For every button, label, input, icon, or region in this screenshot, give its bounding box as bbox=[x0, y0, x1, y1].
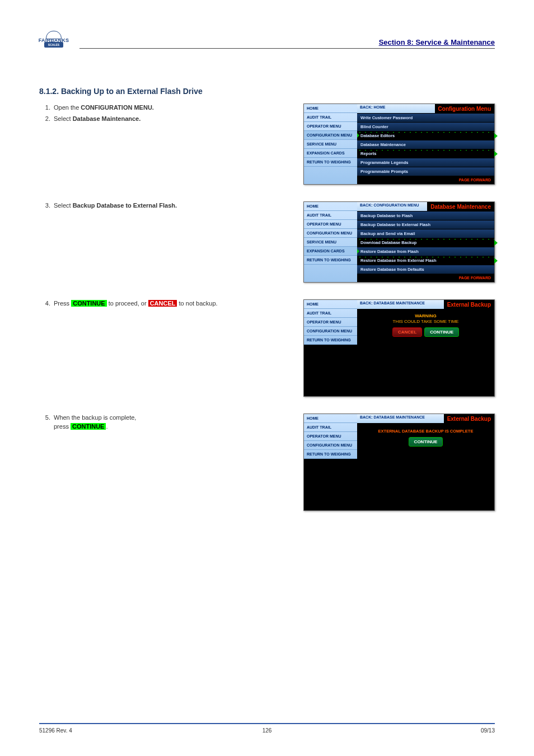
external-backup-complete-screenshot: HOME AUDIT TRAIL OPERATOR MENU CONFIGURA… bbox=[303, 414, 495, 511]
sidebar: HOME AUDIT TRAIL OPERATOR MENU CONFIGURA… bbox=[304, 104, 357, 184]
menu-restore-from-defaults[interactable]: Restore Database from Defaults bbox=[357, 265, 494, 274]
screen-title: Configuration Menu bbox=[435, 104, 494, 113]
footer-date: 09/13 bbox=[343, 727, 495, 734]
page-forward[interactable]: PAGE FORWARD bbox=[357, 176, 494, 184]
nav-service-menu[interactable]: SERVICE MENU bbox=[304, 140, 357, 149]
step-3: 3. Select Backup Database to External Fl… bbox=[39, 201, 252, 210]
menu-database-maintenance[interactable]: Database Maintenance bbox=[357, 140, 494, 149]
step-5: 5. When the backup is complete, press CO… bbox=[39, 414, 252, 431]
menu-programmable-prompts[interactable]: Programmable Prompts bbox=[357, 167, 494, 176]
menu-reports[interactable]: Reports bbox=[357, 149, 494, 158]
menu-backup-send-email[interactable]: Backup and Send via Email bbox=[357, 229, 494, 238]
menu-restore-from-flash[interactable]: Restore Database from Flash bbox=[357, 247, 494, 256]
nav-home[interactable]: HOME bbox=[304, 104, 357, 113]
back-button[interactable]: BACK: DATABASE MAINTENANCE bbox=[357, 300, 444, 309]
continue-highlight: CONTINUE bbox=[71, 423, 106, 430]
nav-audit-trail[interactable]: AUDIT TRAIL bbox=[304, 113, 357, 122]
menu-database-editors[interactable]: Database Editors bbox=[357, 131, 494, 140]
nav-expansion-cards[interactable]: EXPANSION CARDS bbox=[304, 149, 357, 158]
warning-subtitle: THIS COULD TAKE SOME TIME bbox=[360, 319, 491, 324]
step-1: 1. Open the CONFIGURATION MENU. bbox=[39, 104, 252, 112]
step-4: 4. Press CONTINUE to proceed, or CANCEL … bbox=[39, 299, 252, 308]
page-forward[interactable]: PAGE FORWARD bbox=[357, 274, 494, 282]
continue-button[interactable]: CONTINUE bbox=[409, 437, 443, 447]
cancel-highlight: CANCEL bbox=[148, 300, 177, 307]
page-header: FAIRBANKS SCALES Section 8: Service & Ma… bbox=[39, 0, 495, 53]
continue-button[interactable]: CONTINUE bbox=[424, 327, 459, 337]
external-backup-warning-screenshot: HOME AUDIT TRAIL OPERATOR MENU CONFIGURA… bbox=[303, 299, 495, 397]
menu-write-customer-password[interactable]: Write Customer Password bbox=[357, 113, 494, 122]
menu-backup-to-flash[interactable]: Backup Database to Flash bbox=[357, 211, 494, 220]
fairbanks-logo: FAIRBANKS SCALES bbox=[39, 31, 68, 53]
back-button[interactable]: BACK: DATABASE MAINTENANCE bbox=[357, 414, 444, 423]
configuration-menu-screenshot: HOME AUDIT TRAIL OPERATOR MENU CONFIGURA… bbox=[303, 104, 495, 185]
subsection-title: 8.1.2. Backing Up to an External Flash D… bbox=[39, 87, 495, 96]
section-title: Section 8: Service & Maintenance bbox=[79, 38, 495, 48]
back-button[interactable]: BACK: CONFIGURATION MENU bbox=[357, 202, 427, 211]
page-footer: 51296 Rev. 4 126 09/13 bbox=[39, 723, 495, 734]
warning-title: WARNING bbox=[360, 313, 491, 318]
database-maintenance-screenshot: HOME AUDIT TRAIL OPERATOR MENU CONFIGURA… bbox=[303, 201, 495, 283]
menu-restore-from-external-flash[interactable]: Restore Database from External Flash bbox=[357, 256, 494, 265]
menu-download-backup[interactable]: Download Database Backup bbox=[357, 238, 494, 247]
step-2: 2. Select Database Maintenance. bbox=[39, 115, 252, 124]
nav-return-to-weighing[interactable]: RETURN TO WEIGHING bbox=[304, 158, 357, 167]
cancel-button[interactable]: CANCEL bbox=[392, 327, 422, 337]
footer-revision: 51296 Rev. 4 bbox=[39, 727, 191, 734]
backup-complete-message: EXTERNAL DATABASE BACKUP IS COMPLETE bbox=[357, 423, 494, 434]
continue-highlight: CONTINUE bbox=[71, 300, 106, 307]
menu-programmable-legends[interactable]: Programmable Legends bbox=[357, 158, 494, 167]
screen-title: External Backup bbox=[444, 300, 494, 309]
menu-blind-counter[interactable]: Blind Counter bbox=[357, 122, 494, 131]
screen-title: Database Maintenance bbox=[427, 202, 494, 211]
footer-page-number: 126 bbox=[191, 727, 343, 734]
screen-title: External Backup bbox=[444, 414, 494, 423]
back-button[interactable]: BACK: HOME bbox=[357, 104, 435, 113]
nav-configuration-menu[interactable]: CONFIGURATION MENU bbox=[304, 131, 357, 140]
nav-operator-menu[interactable]: OPERATOR MENU bbox=[304, 122, 357, 131]
menu-backup-to-external-flash[interactable]: Backup Database to External Flash bbox=[357, 220, 494, 229]
